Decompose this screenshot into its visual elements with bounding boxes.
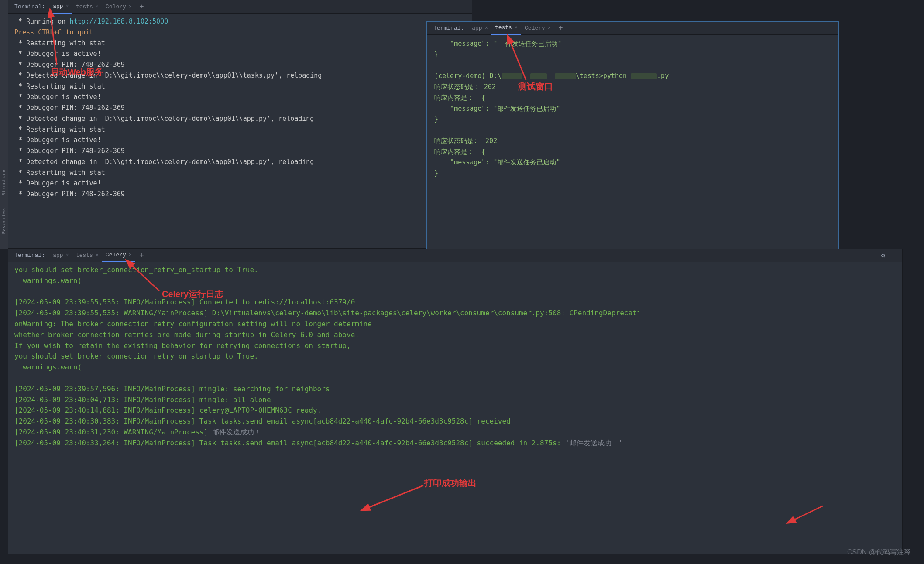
terminal-panel-app: Terminal: app× tests× Celery× + * Runnin… — [8, 0, 472, 249]
tab-tests[interactable]: tests× — [491, 22, 521, 35]
terminal-panel-celery: Terminal: app× tests× Celery× + ⚙ — you … — [8, 249, 903, 554]
tab-app[interactable]: app× — [49, 249, 72, 262]
tab-app[interactable]: app× — [49, 0, 72, 14]
tab-bar: Terminal: app× tests× Celery× + ⚙ — — [8, 249, 902, 262]
sidetab-favorites[interactable]: Favorites — [1, 206, 7, 236]
tab-tests[interactable]: tests× — [72, 249, 102, 262]
terminal-label: Terminal: — [429, 25, 468, 31]
tab-bar: Terminal: app× tests× Celery× + — [427, 22, 838, 35]
add-tab-button[interactable]: + — [135, 3, 148, 11]
terminal-label: Terminal: — [10, 252, 49, 259]
minimize-icon[interactable]: — — [889, 251, 900, 260]
terminal-panel-tests: Terminal: app× tests× Celery× + "message… — [426, 21, 839, 256]
censored-text — [631, 73, 657, 79]
tab-tests[interactable]: tests× — [72, 0, 102, 14]
tab-celery[interactable]: Celery× — [102, 0, 135, 14]
terminal-label: Terminal: — [10, 3, 49, 10]
add-tab-button[interactable]: + — [554, 24, 567, 32]
sidetab-structure[interactable]: Structure — [1, 168, 7, 197]
terminal-output: "message": " 件发送任务已启动" } (celery-demo) D… — [427, 35, 838, 182]
close-icon[interactable]: × — [515, 25, 518, 31]
tab-celery[interactable]: Celery× — [521, 22, 554, 35]
tab-app[interactable]: app× — [468, 22, 491, 35]
close-icon[interactable]: × — [66, 3, 69, 10]
close-icon[interactable]: × — [96, 4, 99, 10]
close-icon[interactable]: × — [96, 253, 99, 259]
server-url-link[interactable]: http://192.168.8.102:5000 — [69, 17, 168, 25]
tab-celery[interactable]: Celery× — [102, 249, 135, 262]
close-icon[interactable]: × — [129, 252, 132, 258]
close-icon[interactable]: × — [66, 253, 69, 259]
watermark: CSDN @代码写注释 — [847, 548, 911, 557]
censored-text — [555, 73, 576, 79]
add-tab-button[interactable]: + — [135, 252, 148, 260]
close-icon[interactable]: × — [485, 25, 488, 31]
tab-bar: Terminal: app× tests× Celery× + — [8, 0, 472, 14]
ide-left-gutter: Structure Favorites — [0, 0, 8, 249]
gear-icon[interactable]: ⚙ — [878, 251, 889, 260]
close-icon[interactable]: × — [129, 4, 132, 10]
terminal-output: you should set broker_connection_retry_o… — [8, 262, 902, 451]
terminal-output: * Running on http://192.168.8.102:5000 P… — [8, 14, 472, 202]
censored-text — [502, 73, 522, 79]
censored-text — [530, 73, 547, 79]
close-icon[interactable]: × — [548, 25, 551, 31]
